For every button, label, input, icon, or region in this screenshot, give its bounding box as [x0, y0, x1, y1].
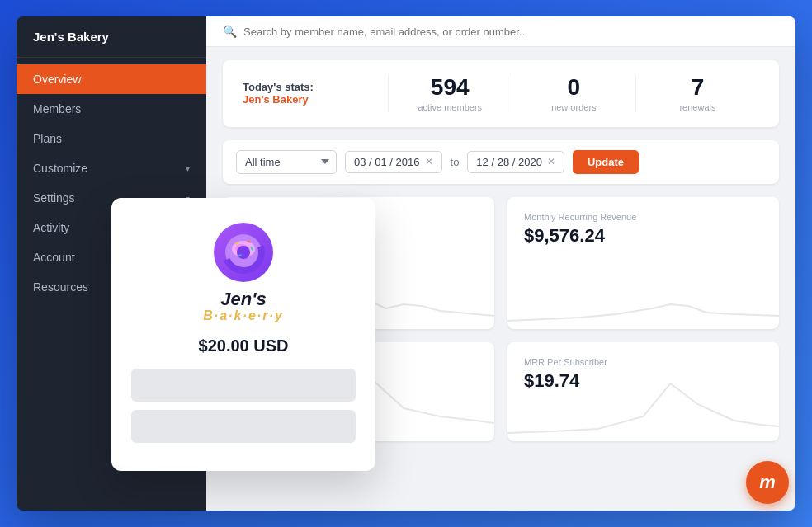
search-input[interactable] [243, 26, 779, 38]
brand-bakery: B·a·k·e·r·y [203, 308, 284, 323]
sidebar-item-label: Customize [33, 162, 87, 175]
clear-date-to-button[interactable]: ✕ [547, 156, 555, 167]
sidebar-item-label: Overview [33, 73, 81, 86]
active-members-label: active members [402, 102, 498, 112]
brand-jens: Jen's [203, 290, 284, 308]
sidebar-item-label: Members [33, 102, 81, 115]
date-from-input[interactable]: 03 / 01 / 2016 ✕ [345, 151, 442, 173]
sidebar-item-label: Account [33, 251, 75, 264]
stat-new-orders: 0 new orders [512, 75, 635, 112]
stats-card: Today's stats: Jen's Bakery 594 active m… [223, 60, 779, 127]
sidebar-logo: Jen's Bakery [17, 16, 206, 58]
new-orders-count: 0 [526, 75, 622, 101]
mrr-value: $9,576.24 [524, 225, 762, 247]
chevron-down-icon: ▾ [186, 164, 190, 173]
overlay-payment-card: Jen's B·a·k·e·r·y $20.00 USD [111, 198, 375, 471]
stats-today: Today's stats: Jen's Bakery [243, 81, 388, 106]
mrr-per-sub-chart [508, 367, 779, 441]
brand-logo [214, 223, 273, 282]
sidebar-item-label: Plans [33, 132, 62, 145]
mrr-per-sub-label: MRR Per Subscriber [524, 357, 762, 367]
search-icon: 🔍 [223, 25, 237, 38]
mrr-chart [508, 255, 779, 329]
overlay-price: $20.00 USD [199, 336, 289, 355]
active-members-count: 594 [402, 75, 498, 101]
stat-active-members: 594 active members [388, 75, 512, 112]
update-button[interactable]: Update [573, 150, 639, 174]
date-from-value: 03 / 01 / 2016 [354, 156, 420, 168]
sidebar-item-members[interactable]: Members [17, 94, 206, 124]
sidebar-item-overview[interactable]: Overview [17, 64, 206, 94]
today-label: Today's stats: [243, 81, 388, 93]
new-orders-label: new orders [526, 102, 622, 112]
svg-point-4 [237, 246, 250, 259]
sidebar-item-plans[interactable]: Plans [17, 124, 206, 153]
filter-row: All time Last 7 days Last 30 days Last 9… [223, 140, 779, 184]
renewals-count: 7 [649, 75, 746, 101]
date-to-input[interactable]: 12 / 28 / 2020 ✕ [467, 151, 564, 173]
metric-mrr: Monthly Recurring Revenue $9,576.24 [508, 197, 779, 329]
metric-mrr-per-sub: MRR Per Subscriber $19.74 [508, 342, 779, 441]
overlay-brand: Jen's B·a·k·e·r·y [203, 290, 284, 323]
payment-input-1[interactable] [131, 369, 356, 402]
ms-badge-letter: m [759, 472, 776, 493]
period-select[interactable]: All time Last 7 days Last 30 days Last 9… [236, 150, 337, 174]
to-label: to [451, 156, 460, 168]
memberspace-badge[interactable]: m [746, 461, 789, 504]
date-to-value: 12 / 28 / 2020 [476, 156, 542, 168]
sidebar-item-label: Resources [33, 280, 88, 294]
clear-date-from-button[interactable]: ✕ [425, 156, 433, 167]
renewals-label: renewals [649, 102, 746, 112]
sidebar-item-label: Activity [33, 221, 69, 234]
stat-renewals: 7 renewals [635, 75, 759, 112]
sidebar-item-customize[interactable]: Customize ▾ [17, 153, 206, 183]
bakery-name: Jen's Bakery [243, 93, 388, 106]
mrr-label: Monthly Recurring Revenue [524, 212, 762, 222]
sidebar-item-label: Settings [33, 191, 75, 205]
search-bar: 🔍 [206, 16, 795, 47]
payment-input-2[interactable] [131, 410, 356, 443]
